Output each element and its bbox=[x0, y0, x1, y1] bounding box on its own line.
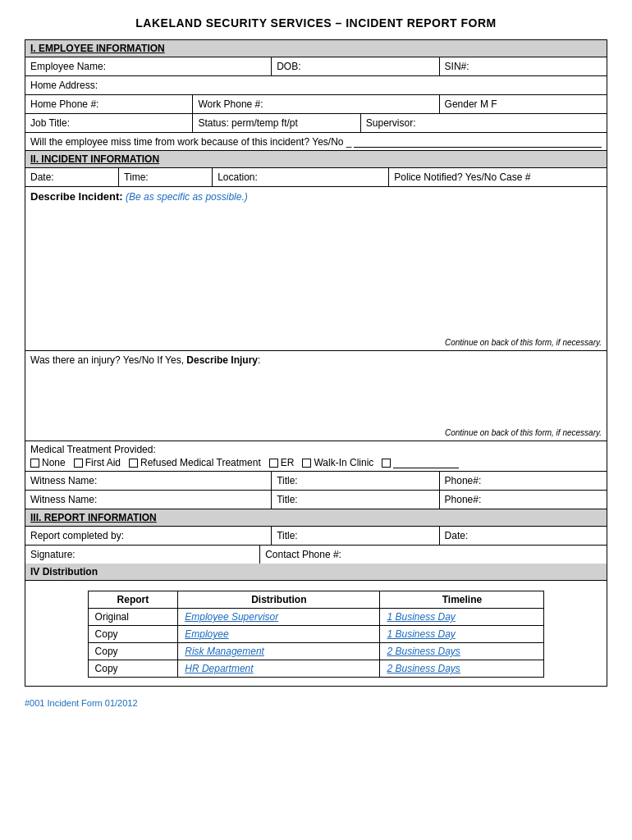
employee-row-1: Employee Name: DOB: SIN#: bbox=[25, 57, 607, 76]
dist-row1-report: Original bbox=[88, 609, 178, 626]
gender-label: Gender M F bbox=[445, 98, 497, 110]
phone-gender-row: Home Phone #: Work Phone #: Gender M F bbox=[25, 95, 607, 114]
describe-title: Describe Incident: bbox=[30, 190, 123, 203]
completed-by-label: Report completed by: bbox=[30, 530, 124, 541]
contact-phone-label: Contact Phone #: bbox=[265, 549, 341, 560]
dist-row-2: Copy Employee 1 Business Day bbox=[88, 626, 544, 643]
signature-cell: Signature: bbox=[25, 546, 260, 564]
location-label: Location: bbox=[218, 171, 258, 183]
witness2-title-label: Title: bbox=[277, 494, 298, 505]
witness1-name-cell: Witness Name: bbox=[25, 472, 272, 490]
dist-row4-report: Copy bbox=[88, 660, 178, 678]
dist-row3-report: Copy bbox=[88, 643, 178, 660]
distribution-section: Report Distribution Timeline Original Em… bbox=[25, 581, 607, 686]
medical-row: Medical Treatment Provided: None First A… bbox=[25, 441, 607, 472]
gender-cell: Gender M F bbox=[440, 95, 607, 113]
distribution-table: Report Distribution Timeline Original Em… bbox=[88, 591, 545, 678]
report-title-cell: Title: bbox=[272, 527, 439, 545]
dist-row2-timeline: 1 Business Day bbox=[380, 626, 544, 643]
injury-colon: : bbox=[258, 354, 260, 366]
witness2-phone-label: Phone#: bbox=[445, 494, 482, 505]
report-row-1: Report completed by: Title: Date: bbox=[25, 527, 607, 546]
dist-row1-timeline: 1 Business Day bbox=[380, 609, 544, 626]
status-cell: Status: perm/temp ft/pt bbox=[193, 114, 360, 132]
checkbox-none: None bbox=[30, 457, 66, 468]
miss-time-label: Will the employee miss time from work be… bbox=[30, 136, 352, 148]
injury-section: Was there an injury? Yes/No If Yes, Desc… bbox=[25, 351, 607, 441]
dist-row4-timeline: 2 Business Days bbox=[380, 660, 544, 678]
medical-label: Medical Treatment Provided: bbox=[30, 444, 602, 455]
sin-cell: SIN#: bbox=[440, 57, 607, 75]
supervisor-cell: Supervisor: bbox=[361, 114, 607, 132]
report-row-2: Signature: Contact Phone #: bbox=[25, 546, 607, 564]
witness2-name-cell: Witness Name: bbox=[25, 491, 272, 509]
job-title-label: Job Title: bbox=[30, 117, 70, 129]
injury-continue-note: Continue on back of this form, if necess… bbox=[445, 428, 602, 437]
miss-time-row: Will the employee miss time from work be… bbox=[25, 133, 607, 151]
employee-name-label: Employee Name: bbox=[30, 61, 106, 72]
date-cell: Date: bbox=[25, 168, 119, 186]
witness1-name-label: Witness Name: bbox=[30, 475, 97, 486]
witness1-phone-label: Phone#: bbox=[445, 475, 482, 486]
injury-text: Was there an injury? Yes/No If Yes, bbox=[30, 354, 186, 366]
report-section-header: III. REPORT INFORMATION bbox=[25, 509, 607, 527]
checkbox-refused: Refused Medical Treatment bbox=[129, 457, 261, 468]
work-phone-label: Work Phone #: bbox=[198, 98, 263, 110]
incident-row-1: Date: Time: Location: Police Notified? Y… bbox=[25, 168, 607, 187]
dob-cell: DOB: bbox=[272, 57, 439, 75]
footer: #001 Incident Form 01/2012 bbox=[25, 698, 607, 708]
location-cell: Location: bbox=[213, 168, 389, 186]
home-address-label: Home Address: bbox=[30, 80, 98, 91]
report-date-label: Date: bbox=[445, 530, 469, 541]
distribution-section-header: IV Distribution bbox=[25, 564, 607, 581]
form-container: I. EMPLOYEE INFORMATION Employee Name: D… bbox=[25, 39, 607, 687]
medical-options: None First Aid Refused Medical Treatment… bbox=[30, 457, 602, 468]
dist-row-4: Copy HR Department 2 Business Days bbox=[88, 660, 544, 678]
witness2-phone-cell: Phone#: bbox=[440, 491, 607, 509]
dist-row3-dist: Risk Management bbox=[178, 643, 380, 660]
dist-row2-report: Copy bbox=[88, 626, 178, 643]
report-title-label: Title: bbox=[277, 530, 298, 541]
dist-col-timeline: Timeline bbox=[380, 591, 544, 609]
dist-row2-dist: Employee bbox=[178, 626, 380, 643]
witness1-title-label: Title: bbox=[277, 475, 298, 486]
job-status-row: Job Title: Status: perm/temp ft/pt Super… bbox=[25, 114, 607, 133]
witness1-phone-cell: Phone#: bbox=[440, 472, 607, 490]
signature-label: Signature: bbox=[30, 549, 76, 560]
status-label: Status: perm/temp ft/pt bbox=[198, 117, 297, 129]
page-title: LAKELAND SECURITY SERVICES – INCIDENT RE… bbox=[25, 16, 607, 30]
police-cell: Police Notified? Yes/No Case # bbox=[389, 168, 607, 186]
checkbox-er: ER bbox=[269, 457, 295, 468]
dist-row3-timeline: 2 Business Days bbox=[380, 643, 544, 660]
dist-header-row: Report Distribution Timeline bbox=[88, 591, 544, 609]
completed-by-cell: Report completed by: bbox=[25, 527, 272, 545]
job-title-cell: Job Title: bbox=[25, 114, 193, 132]
witness2-row: Witness Name: Title: Phone#: bbox=[25, 491, 607, 509]
home-address-row: Home Address: bbox=[25, 76, 607, 95]
date-label: Date: bbox=[30, 171, 54, 183]
injury-bold: Describe Injury bbox=[186, 354, 258, 366]
work-phone-cell: Work Phone #: bbox=[193, 95, 439, 113]
witness2-title-cell: Title: bbox=[272, 491, 439, 509]
describe-subtitle: (Be as specific as possible.) bbox=[126, 191, 248, 203]
sin-label: SIN#: bbox=[445, 61, 469, 72]
time-label: Time: bbox=[124, 171, 149, 183]
time-cell: Time: bbox=[119, 168, 213, 186]
report-date-cell: Date: bbox=[440, 527, 607, 545]
home-address-cell: Home Address: bbox=[25, 76, 607, 94]
employee-section-header: I. EMPLOYEE INFORMATION bbox=[25, 40, 607, 57]
checkbox-walkin: Walk-In Clinic bbox=[302, 457, 373, 468]
supervisor-label: Supervisor: bbox=[366, 117, 416, 129]
dist-table-container: Report Distribution Timeline Original Em… bbox=[88, 591, 545, 678]
witness1-row: Witness Name: Title: Phone#: bbox=[25, 472, 607, 491]
dist-row-1: Original Employee Supervisor 1 Business … bbox=[88, 609, 544, 626]
checkbox-blank bbox=[382, 457, 459, 468]
describe-incident-section: Describe Incident: (Be as specific as po… bbox=[25, 187, 607, 351]
home-phone-cell: Home Phone #: bbox=[25, 95, 193, 113]
incident-section-header: II. INCIDENT INFORMATION bbox=[25, 151, 607, 168]
employee-name-cell: Employee Name: bbox=[25, 57, 272, 75]
describe-continue-note: Continue on back of this form, if necess… bbox=[445, 338, 602, 347]
dist-col-distribution: Distribution bbox=[178, 591, 380, 609]
witness2-name-label: Witness Name: bbox=[30, 494, 97, 505]
police-label: Police Notified? Yes/No Case # bbox=[394, 171, 530, 183]
